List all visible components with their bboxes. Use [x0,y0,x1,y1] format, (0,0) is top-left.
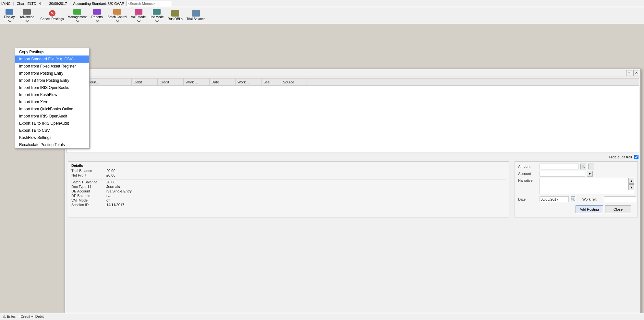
run-obls-button[interactable]: Run OBLs [166,8,184,23]
menu-export-tb-csv[interactable]: Export TB to CSV [15,127,89,134]
trial-balance-row: Trial Balance £0.00 [71,169,506,173]
table-header: Narrative/Accoun... Debit Credit Work ..… [67,79,639,86]
close-button[interactable]: Close [605,205,631,213]
menu-kashflow-settings[interactable]: KashFlow Settings [15,134,89,141]
col-work2: Work ... [236,79,261,85]
list-mode-button[interactable]: List Mode [148,8,165,23]
vat-icon [135,9,142,15]
batch-balance-label: Batch 1 Balance [71,180,104,184]
status-text: ⚠ Enter: -=Credit +=Debit [3,314,43,319]
account-row: Account ▼ [518,171,634,177]
batch-icon [113,9,121,15]
list-icon [153,9,161,15]
col-session: Ses... [261,79,281,85]
search-menus-input[interactable] [127,1,172,6]
date-input[interactable] [540,196,569,202]
calendar-icon: 🔍 [571,198,575,201]
de-account-row: DE Account n/a Single Entry [71,189,506,193]
vat-mode-label: VAT Mode [71,198,104,202]
account-browse-button[interactable]: ▼ [587,171,593,177]
main-content: ? ✕ Narrative/Accoun... Debit Credit Wor… [0,30,644,320]
menu-recalculate[interactable]: Recalculate Posting Totals [15,141,89,148]
chart-num: 4 - [39,2,43,6]
de-balance-value: n/a [106,194,111,198]
trial-icon [192,10,200,17]
batch-control-button[interactable]: Batch Control [106,8,129,23]
trial-label: Trial Balance [187,17,205,21]
trial-balance-label: Trial Balance [71,169,104,173]
details-title: Details [71,164,506,167]
details-section: Details Trial Balance £0.00 Net Profit £… [68,161,509,217]
management-button[interactable]: Management [66,8,88,23]
trial-balance-value: £0.00 [106,169,115,173]
question-icon: ? [628,71,630,75]
narrative-scroll-down-button[interactable]: ▼ [628,184,634,190]
menu-import-iris-openaudit[interactable]: Import from IRIS OpenAudit [15,113,89,120]
amount-extra-button[interactable] [588,164,594,169]
add-posting-button[interactable]: Add Posting [576,205,603,213]
reports-label: Reports [91,15,103,19]
amount-row: Amount 🔍 [518,164,634,169]
top-bar: LYNC | Chart: ELTD 4 - | 30/06/2017 | Ac… [0,0,644,7]
advanced-button[interactable]: Advanced [18,8,36,23]
run-label: Run OBLs [168,17,183,21]
display-icon [6,9,13,15]
menu-copy-postings[interactable]: Copy Postings [15,48,89,55]
management-chevron-down-icon [76,19,79,22]
menu-import-standard[interactable]: Import Standard File (e.g. CSV) [15,55,89,63]
dialog-window: ? ✕ Narrative/Accoun... Debit Credit Wor… [65,69,641,317]
net-profit-row: Net Profit £0.00 [71,173,506,177]
action-buttons: Add Posting Close [518,203,634,215]
narrative-label: Narrative [518,178,538,182]
cancel-postings-button[interactable]: ✕ Cancel Postings [39,8,65,23]
dialog-titlebar: ? ✕ [65,69,640,77]
batch-chevron-down-icon [116,19,119,22]
menu-import-fixed-asset[interactable]: Import from Fixed Asset Register [15,63,89,70]
advanced-icon [23,9,31,15]
work-ref-input[interactable] [604,196,636,202]
narrative-textarea[interactable] [540,178,634,194]
menu-import-xero[interactable]: Import from Xero [15,98,89,105]
vat-chevron-down-icon [137,19,140,22]
dialog-help-button[interactable]: ? [626,70,632,76]
menu-export-tb-openaudit[interactable]: Export TB to IRIS OpenAudit [15,120,89,127]
amount-label: Amount [518,165,538,168]
date-row: Date 🔍 Work ref. [518,196,634,202]
menu-import-iris-openbooks[interactable]: Import from IRIS OpenBooks [15,84,89,91]
table-body [67,86,639,151]
de-balance-row: DE Balance n/a [71,194,506,198]
account-input[interactable] [540,171,585,177]
menu-import-tb-posting[interactable]: Import TB from Posting Entry [15,77,89,84]
batch-balance-value: £0.00 [106,180,115,184]
session-id-label: Session ID [71,203,104,207]
postings-table: Narrative/Accoun... Debit Credit Work ..… [67,78,639,153]
narrative-scroll-up-button[interactable]: ▲ [628,178,634,184]
amount-input[interactable] [540,164,578,169]
amount-search-button[interactable]: 🔍 [580,164,586,169]
cancel-label: Cancel Postings [40,17,64,21]
accounting-standard: Accounting Standard: UK GAAP [73,2,124,6]
display-chevron-down-icon [8,19,12,22]
advanced-label: Advanced [20,15,34,19]
dialog-close-button[interactable]: ✕ [633,70,639,76]
reports-icon [93,9,101,15]
list-label: List Mode [150,15,164,19]
toolbar-separator [37,9,37,22]
vat-mode-button[interactable]: VAT Mode [129,8,148,23]
hide-audit-checkbox[interactable] [634,155,638,159]
menu-import-posting-entry[interactable]: Import from Posting Entry [15,70,89,77]
date-label: Date [518,197,538,201]
menu-import-quickbooks[interactable]: Import from QuickBooks Online [15,105,89,113]
trial-balance-button[interactable]: Trial Balance [185,8,207,23]
de-balance-label: DE Balance [71,194,104,198]
date-search-button[interactable]: 🔍 [571,196,575,202]
advanced-chevron-down-icon [26,19,29,22]
reports-button[interactable]: Reports [89,8,105,23]
vat-mode-row: VAT Mode off [71,198,506,202]
de-account-label: DE Account [71,189,104,193]
menu-import-kashflow[interactable]: Import from KashFlow [15,91,89,98]
col-debit: Debit [132,79,158,85]
display-button[interactable]: Display [1,8,18,23]
doc-type-label: Doc Type 11 [71,185,104,189]
toolbar: Display Advanced ✕ Cancel Postings Manag… [0,7,644,24]
